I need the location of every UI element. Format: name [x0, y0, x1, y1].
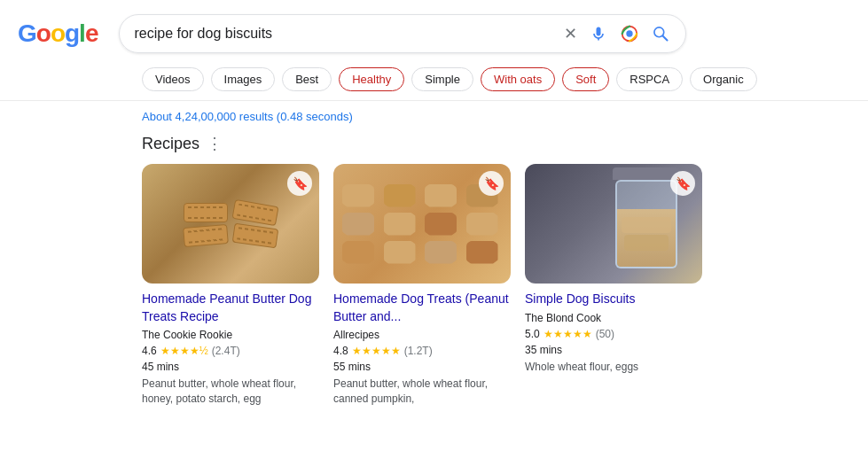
recipe-image-3: 🔖 [525, 164, 702, 284]
rating-count-3: (50) [596, 328, 614, 340]
filter-videos[interactable]: Videos [142, 67, 204, 91]
recipe-card-3[interactable]: 🔖 Simple Dog Biscuits The Blond Cook 5.0… [525, 164, 702, 407]
results-count: About 4,24,00,000 results [142, 110, 273, 123]
logo-letter-o1: o [36, 19, 51, 48]
recipe-ingredients-2: Peanut butter, whole wheat flour, canned… [333, 377, 511, 407]
recipe-title-2[interactable]: Homemade Dog Treats (Peanut Butter and..… [333, 291, 511, 325]
filter-bar: Videos Images Best Healthy Simple With o… [0, 62, 868, 101]
logo-letter-l: l [79, 19, 85, 48]
stars-1: ★★★★½ [160, 345, 208, 357]
stars-2: ★★★★★ [352, 345, 401, 357]
recipe-image-2: 🔖 [333, 164, 511, 284]
recipe-source-1: The Cookie Rookie [142, 329, 319, 341]
search-input[interactable] [134, 26, 553, 42]
recipes-section: Recipes ⋮ 🔖 Homemade Peanut Butter [0, 128, 868, 424]
filter-simple[interactable]: Simple [411, 67, 473, 91]
filter-healthy[interactable]: Healthy [339, 67, 404, 91]
voice-search-button[interactable] [588, 23, 609, 44]
bookmark-button-2[interactable]: 🔖 [479, 171, 504, 196]
rating-count-2: (1.2T) [404, 345, 433, 357]
search-button[interactable] [650, 23, 671, 44]
google-logo: G o o g l e [18, 19, 98, 48]
logo-letter-g: G [18, 19, 36, 48]
recipe-rating-2: 4.8 ★★★★★ (1.2T) [333, 345, 511, 357]
recipe-ingredients-1: Peanut butter, whole wheat flour, honey,… [142, 377, 319, 407]
filter-images[interactable]: Images [211, 67, 276, 91]
recipe-source-2: Allrecipes [333, 329, 511, 341]
recipe-rating-3: 5.0 ★★★★★ (50) [525, 328, 702, 340]
search-icons: ✕ [562, 22, 671, 45]
filter-organic[interactable]: Organic [690, 67, 757, 91]
recipe-time-2: 55 mins [333, 361, 511, 373]
filter-with-oats[interactable]: With oats [481, 67, 555, 91]
filter-best[interactable]: Best [282, 67, 332, 91]
svg-line-3 [663, 36, 668, 41]
clear-button[interactable]: ✕ [562, 22, 579, 45]
results-time: (0.48 seconds) [277, 110, 353, 123]
recipe-ingredients-3: Whole wheat flour, eggs [525, 360, 702, 375]
svg-point-1 [627, 30, 633, 36]
logo-letter-o2: o [51, 19, 65, 48]
recipes-title: Recipes [142, 135, 199, 153]
bookmark-button-3[interactable]: 🔖 [670, 171, 695, 196]
bookmark-button-1[interactable]: 🔖 [287, 171, 312, 196]
recipe-title-3[interactable]: Simple Dog Biscuits [525, 291, 702, 308]
filter-soft[interactable]: Soft [562, 67, 609, 91]
logo-letter-g2: g [65, 19, 79, 48]
recipe-time-1: 45 mins [142, 361, 319, 373]
results-info: About 4,24,00,000 results (0.48 seconds) [0, 101, 868, 128]
recipe-source-3: The Blond Cook [525, 312, 702, 324]
recipe-title-1[interactable]: Homemade Peanut Butter Dog Treats Recipe [142, 291, 319, 325]
filter-rspca[interactable]: RSPCA [616, 67, 683, 91]
recipe-card-1[interactable]: 🔖 Homemade Peanut Butter Dog Treats Reci… [142, 164, 319, 407]
recipe-time-3: 35 mins [525, 344, 702, 356]
recipe-card-2[interactable]: 🔖 Homemade Dog Treats (Peanut Butter and… [333, 164, 511, 407]
rating-value-3: 5.0 [525, 328, 540, 340]
recipes-header: Recipes ⋮ [142, 134, 726, 153]
rating-value-1: 4.6 [142, 345, 157, 357]
header: G o o g l e ✕ [0, 0, 868, 62]
image-search-button[interactable] [618, 22, 641, 45]
recipe-cards: 🔖 Homemade Peanut Butter Dog Treats Reci… [142, 164, 726, 407]
logo-letter-e: e [85, 19, 98, 48]
rating-count-1: (2.4T) [212, 345, 240, 357]
more-options-icon[interactable]: ⋮ [207, 134, 223, 153]
search-bar[interactable]: ✕ [119, 14, 686, 53]
stars-3: ★★★★★ [543, 328, 592, 340]
rating-value-2: 4.8 [333, 345, 348, 357]
recipe-rating-1: 4.6 ★★★★½ (2.4T) [142, 345, 319, 357]
recipe-image-1: 🔖 [142, 164, 319, 284]
